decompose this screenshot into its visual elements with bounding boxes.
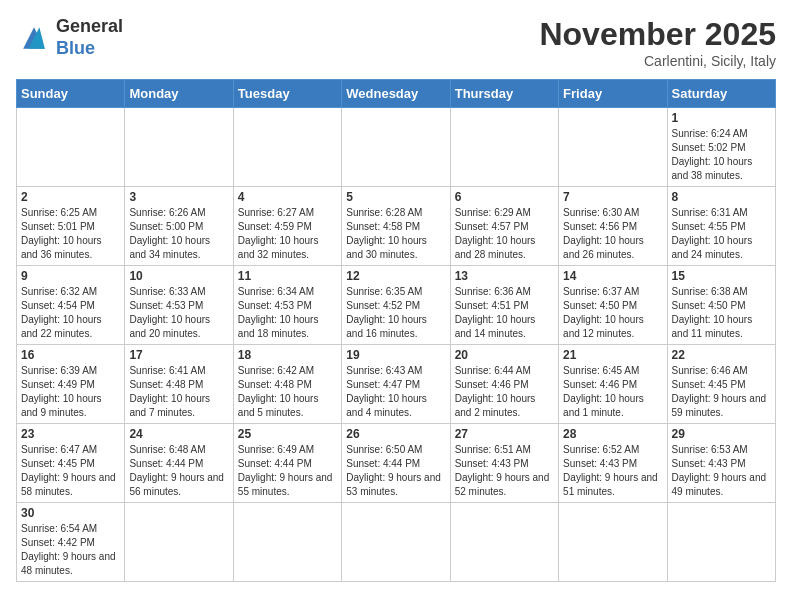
calendar-cell: 21Sunrise: 6:45 AM Sunset: 4:46 PM Dayli… bbox=[559, 345, 667, 424]
day-number: 8 bbox=[672, 190, 771, 204]
day-number: 28 bbox=[563, 427, 662, 441]
month-title: November 2025 bbox=[539, 16, 776, 53]
calendar-cell bbox=[125, 108, 233, 187]
col-tuesday: Tuesday bbox=[233, 80, 341, 108]
calendar-cell: 26Sunrise: 6:50 AM Sunset: 4:44 PM Dayli… bbox=[342, 424, 450, 503]
col-sunday: Sunday bbox=[17, 80, 125, 108]
calendar-cell: 18Sunrise: 6:42 AM Sunset: 4:48 PM Dayli… bbox=[233, 345, 341, 424]
calendar-cell: 28Sunrise: 6:52 AM Sunset: 4:43 PM Dayli… bbox=[559, 424, 667, 503]
day-info: Sunrise: 6:34 AM Sunset: 4:53 PM Dayligh… bbox=[238, 285, 337, 341]
calendar-week-row: 30Sunrise: 6:54 AM Sunset: 4:42 PM Dayli… bbox=[17, 503, 776, 582]
day-info: Sunrise: 6:54 AM Sunset: 4:42 PM Dayligh… bbox=[21, 522, 120, 578]
calendar-cell bbox=[559, 503, 667, 582]
calendar-cell: 12Sunrise: 6:35 AM Sunset: 4:52 PM Dayli… bbox=[342, 266, 450, 345]
logo-icon bbox=[16, 20, 52, 56]
day-number: 16 bbox=[21, 348, 120, 362]
calendar-cell: 17Sunrise: 6:41 AM Sunset: 4:48 PM Dayli… bbox=[125, 345, 233, 424]
calendar-cell: 10Sunrise: 6:33 AM Sunset: 4:53 PM Dayli… bbox=[125, 266, 233, 345]
day-number: 9 bbox=[21, 269, 120, 283]
day-number: 12 bbox=[346, 269, 445, 283]
day-number: 22 bbox=[672, 348, 771, 362]
day-number: 19 bbox=[346, 348, 445, 362]
day-number: 5 bbox=[346, 190, 445, 204]
calendar-cell bbox=[17, 108, 125, 187]
col-friday: Friday bbox=[559, 80, 667, 108]
day-info: Sunrise: 6:37 AM Sunset: 4:50 PM Dayligh… bbox=[563, 285, 662, 341]
calendar-cell bbox=[233, 108, 341, 187]
logo-text: GeneralBlue bbox=[56, 16, 123, 59]
calendar-cell bbox=[450, 503, 558, 582]
calendar-cell: 6Sunrise: 6:29 AM Sunset: 4:57 PM Daylig… bbox=[450, 187, 558, 266]
calendar-cell bbox=[342, 108, 450, 187]
day-number: 18 bbox=[238, 348, 337, 362]
day-info: Sunrise: 6:25 AM Sunset: 5:01 PM Dayligh… bbox=[21, 206, 120, 262]
calendar-cell: 22Sunrise: 6:46 AM Sunset: 4:45 PM Dayli… bbox=[667, 345, 775, 424]
calendar-cell: 11Sunrise: 6:34 AM Sunset: 4:53 PM Dayli… bbox=[233, 266, 341, 345]
day-number: 4 bbox=[238, 190, 337, 204]
day-number: 23 bbox=[21, 427, 120, 441]
day-info: Sunrise: 6:38 AM Sunset: 4:50 PM Dayligh… bbox=[672, 285, 771, 341]
calendar-week-row: 9Sunrise: 6:32 AM Sunset: 4:54 PM Daylig… bbox=[17, 266, 776, 345]
day-info: Sunrise: 6:50 AM Sunset: 4:44 PM Dayligh… bbox=[346, 443, 445, 499]
day-number: 13 bbox=[455, 269, 554, 283]
calendar-cell: 24Sunrise: 6:48 AM Sunset: 4:44 PM Dayli… bbox=[125, 424, 233, 503]
logo: GeneralBlue bbox=[16, 16, 123, 59]
day-number: 25 bbox=[238, 427, 337, 441]
calendar-cell: 29Sunrise: 6:53 AM Sunset: 4:43 PM Dayli… bbox=[667, 424, 775, 503]
day-number: 7 bbox=[563, 190, 662, 204]
day-info: Sunrise: 6:35 AM Sunset: 4:52 PM Dayligh… bbox=[346, 285, 445, 341]
calendar-cell: 19Sunrise: 6:43 AM Sunset: 4:47 PM Dayli… bbox=[342, 345, 450, 424]
day-info: Sunrise: 6:39 AM Sunset: 4:49 PM Dayligh… bbox=[21, 364, 120, 420]
day-number: 26 bbox=[346, 427, 445, 441]
col-thursday: Thursday bbox=[450, 80, 558, 108]
day-info: Sunrise: 6:27 AM Sunset: 4:59 PM Dayligh… bbox=[238, 206, 337, 262]
day-number: 11 bbox=[238, 269, 337, 283]
day-number: 10 bbox=[129, 269, 228, 283]
calendar-week-row: 16Sunrise: 6:39 AM Sunset: 4:49 PM Dayli… bbox=[17, 345, 776, 424]
day-number: 6 bbox=[455, 190, 554, 204]
col-wednesday: Wednesday bbox=[342, 80, 450, 108]
calendar-cell: 7Sunrise: 6:30 AM Sunset: 4:56 PM Daylig… bbox=[559, 187, 667, 266]
day-info: Sunrise: 6:51 AM Sunset: 4:43 PM Dayligh… bbox=[455, 443, 554, 499]
title-block: November 2025 Carlentini, Sicily, Italy bbox=[539, 16, 776, 69]
calendar-header-row: Sunday Monday Tuesday Wednesday Thursday… bbox=[17, 80, 776, 108]
day-info: Sunrise: 6:43 AM Sunset: 4:47 PM Dayligh… bbox=[346, 364, 445, 420]
page-header: GeneralBlue November 2025 Carlentini, Si… bbox=[16, 16, 776, 69]
calendar-cell: 16Sunrise: 6:39 AM Sunset: 4:49 PM Dayli… bbox=[17, 345, 125, 424]
calendar-cell: 25Sunrise: 6:49 AM Sunset: 4:44 PM Dayli… bbox=[233, 424, 341, 503]
day-info: Sunrise: 6:44 AM Sunset: 4:46 PM Dayligh… bbox=[455, 364, 554, 420]
day-info: Sunrise: 6:36 AM Sunset: 4:51 PM Dayligh… bbox=[455, 285, 554, 341]
day-number: 20 bbox=[455, 348, 554, 362]
calendar-cell: 8Sunrise: 6:31 AM Sunset: 4:55 PM Daylig… bbox=[667, 187, 775, 266]
calendar-cell bbox=[559, 108, 667, 187]
calendar-cell: 9Sunrise: 6:32 AM Sunset: 4:54 PM Daylig… bbox=[17, 266, 125, 345]
calendar-week-row: 2Sunrise: 6:25 AM Sunset: 5:01 PM Daylig… bbox=[17, 187, 776, 266]
day-number: 3 bbox=[129, 190, 228, 204]
calendar-cell: 4Sunrise: 6:27 AM Sunset: 4:59 PM Daylig… bbox=[233, 187, 341, 266]
day-info: Sunrise: 6:53 AM Sunset: 4:43 PM Dayligh… bbox=[672, 443, 771, 499]
day-info: Sunrise: 6:28 AM Sunset: 4:58 PM Dayligh… bbox=[346, 206, 445, 262]
calendar-cell bbox=[450, 108, 558, 187]
day-info: Sunrise: 6:49 AM Sunset: 4:44 PM Dayligh… bbox=[238, 443, 337, 499]
day-info: Sunrise: 6:41 AM Sunset: 4:48 PM Dayligh… bbox=[129, 364, 228, 420]
calendar-cell bbox=[125, 503, 233, 582]
calendar-cell bbox=[342, 503, 450, 582]
calendar-cell: 13Sunrise: 6:36 AM Sunset: 4:51 PM Dayli… bbox=[450, 266, 558, 345]
day-number: 17 bbox=[129, 348, 228, 362]
day-number: 27 bbox=[455, 427, 554, 441]
day-number: 2 bbox=[21, 190, 120, 204]
calendar-cell: 3Sunrise: 6:26 AM Sunset: 5:00 PM Daylig… bbox=[125, 187, 233, 266]
calendar-cell: 20Sunrise: 6:44 AM Sunset: 4:46 PM Dayli… bbox=[450, 345, 558, 424]
day-info: Sunrise: 6:24 AM Sunset: 5:02 PM Dayligh… bbox=[672, 127, 771, 183]
day-number: 21 bbox=[563, 348, 662, 362]
day-number: 15 bbox=[672, 269, 771, 283]
day-info: Sunrise: 6:30 AM Sunset: 4:56 PM Dayligh… bbox=[563, 206, 662, 262]
day-info: Sunrise: 6:26 AM Sunset: 5:00 PM Dayligh… bbox=[129, 206, 228, 262]
col-saturday: Saturday bbox=[667, 80, 775, 108]
day-number: 14 bbox=[563, 269, 662, 283]
calendar-cell: 1Sunrise: 6:24 AM Sunset: 5:02 PM Daylig… bbox=[667, 108, 775, 187]
day-info: Sunrise: 6:46 AM Sunset: 4:45 PM Dayligh… bbox=[672, 364, 771, 420]
day-number: 24 bbox=[129, 427, 228, 441]
day-info: Sunrise: 6:32 AM Sunset: 4:54 PM Dayligh… bbox=[21, 285, 120, 341]
day-info: Sunrise: 6:42 AM Sunset: 4:48 PM Dayligh… bbox=[238, 364, 337, 420]
